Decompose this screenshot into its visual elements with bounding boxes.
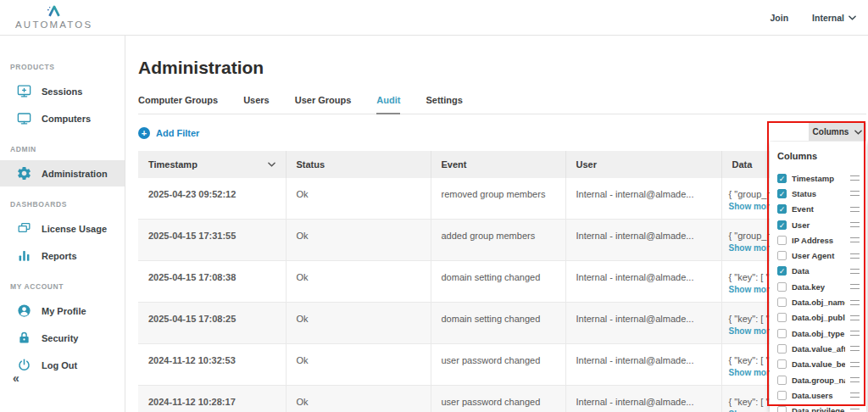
columns-button[interactable]: Columns <box>809 123 866 141</box>
cell-event: added group members <box>431 220 565 261</box>
checkbox-checked-icon[interactable] <box>777 220 787 230</box>
column-toggle-data-value-after[interactable]: Data.value_after <box>777 341 860 356</box>
sidebar-item-sessions[interactable]: Sessions <box>0 78 125 104</box>
checkbox-unchecked-icon[interactable] <box>777 344 787 354</box>
column-toggle-data-group-name[interactable]: Data.group_name <box>777 372 860 387</box>
checkbox-unchecked-icon[interactable] <box>777 282 787 292</box>
column-header-user[interactable]: User <box>565 151 721 178</box>
drag-handle-icon[interactable] <box>850 269 860 274</box>
sidebar-collapse-button[interactable]: « <box>13 371 19 385</box>
column-toggle-data-obj-type[interactable]: Data.obj_type <box>777 326 860 341</box>
column-toggle-label: Data.key <box>792 282 845 292</box>
checkbox-unchecked-icon[interactable] <box>777 376 787 385</box>
column-toggle-data-privilege[interactable]: Data.privilege <box>777 403 860 412</box>
cell-user: Internal - internal@almade... <box>565 261 721 303</box>
checkbox-unchecked-icon[interactable] <box>777 406 787 412</box>
checkbox-checked-icon[interactable] <box>777 204 787 214</box>
sidebar-item-log-out[interactable]: Log Out <box>0 352 125 378</box>
sidebar-section-label: MY ACCOUNT <box>10 282 125 291</box>
sidebar-item-administration[interactable]: Administration <box>0 160 125 187</box>
column-toggle-label: Data <box>792 266 845 276</box>
tab-users[interactable]: Users <box>243 95 270 114</box>
table-row: 2025-04-15 17:08:25Okdomain setting chan… <box>138 303 866 344</box>
cell-status: Ok <box>286 303 431 344</box>
drag-handle-icon[interactable] <box>850 207 860 212</box>
sidebar-item-reports[interactable]: Reports <box>0 242 125 269</box>
column-header-label: Status <box>297 159 326 170</box>
column-toggle-status[interactable]: Status <box>777 186 860 201</box>
checkbox-checked-icon[interactable] <box>777 266 787 276</box>
drag-handle-icon[interactable] <box>850 284 860 289</box>
column-header-timestamp[interactable]: Timestamp <box>138 151 286 178</box>
add-filter-button[interactable]: + Add Filter <box>138 127 199 139</box>
cell-timestamp: 2025-04-15 17:08:38 <box>138 261 286 303</box>
checkbox-unchecked-icon[interactable] <box>777 298 787 307</box>
drag-handle-icon[interactable] <box>850 362 860 367</box>
drag-handle-icon[interactable] <box>850 253 860 259</box>
chevron-down-icon <box>854 130 862 135</box>
drag-handle-icon[interactable] <box>850 222 860 227</box>
cell-user: Internal - internal@almade... <box>565 220 721 261</box>
column-header-status[interactable]: Status <box>286 151 431 178</box>
gear-icon <box>16 165 32 181</box>
column-toggle-event[interactable]: Event <box>777 202 860 217</box>
sort-chevron-down-icon[interactable] <box>268 162 275 167</box>
monitor-icon <box>16 110 32 126</box>
drag-handle-icon[interactable] <box>850 346 860 351</box>
drag-handle-icon[interactable] <box>850 377 860 382</box>
drag-handle-icon[interactable] <box>850 300 860 305</box>
checkbox-unchecked-icon[interactable] <box>777 391 787 400</box>
checkbox-unchecked-icon[interactable] <box>777 329 787 338</box>
cell-status: Ok <box>286 344 431 386</box>
tab-computer-groups[interactable]: Computer Groups <box>138 95 218 114</box>
join-link[interactable]: Join <box>770 13 788 23</box>
sidebar-item-license-usage[interactable]: License Usage <box>0 215 125 242</box>
sidebar-item-security[interactable]: Security <box>0 325 125 351</box>
sidebar: PRODUCTSSessionsComputersADMINAdministra… <box>0 36 125 412</box>
toolbar-gap <box>770 123 809 141</box>
column-toggle-data-value-before[interactable]: Data.value_before <box>777 357 860 372</box>
user-menu[interactable]: Internal <box>812 13 856 23</box>
data-json-snippet: { "key": [ " <box>729 314 770 324</box>
column-toggle-ip-address[interactable]: IP Address <box>777 232 860 248</box>
sidebar-item-computers[interactable]: Computers <box>0 105 125 131</box>
column-toggle-data-obj-name[interactable]: Data.obj_name <box>777 294 860 309</box>
tab-settings[interactable]: Settings <box>426 95 462 114</box>
checkbox-unchecked-icon[interactable] <box>777 251 787 260</box>
drag-handle-icon[interactable] <box>850 409 860 412</box>
tab-user-groups[interactable]: User Groups <box>295 95 352 114</box>
column-toggle-label: Data.obj_name <box>792 298 845 307</box>
drag-handle-icon[interactable] <box>850 175 860 181</box>
column-header-event[interactable]: Event <box>431 151 565 178</box>
tab-audit[interactable]: Audit <box>376 95 400 114</box>
checkbox-checked-icon[interactable] <box>777 189 787 198</box>
sidebar-item-my-profile[interactable]: My Profile <box>0 298 125 324</box>
brand-logo[interactable]: AUTOMATOS <box>15 4 92 31</box>
cell-user: Internal - internal@almade... <box>565 178 721 220</box>
cell-user: Internal - internal@almade... <box>565 386 721 412</box>
checkbox-unchecked-icon[interactable] <box>777 359 787 369</box>
column-toggle-timestamp[interactable]: Timestamp <box>777 170 860 186</box>
checkbox-checked-icon[interactable] <box>777 174 787 183</box>
column-toggle-user-agent[interactable]: User Agent <box>777 248 860 263</box>
checkbox-unchecked-icon[interactable] <box>777 236 787 245</box>
column-toggle-data-users[interactable]: Data.users <box>777 387 860 403</box>
sidebar-item-label: Log Out <box>42 360 77 370</box>
column-toggle-data[interactable]: Data <box>777 264 860 279</box>
column-toggle-data-key[interactable]: Data.key <box>777 279 860 294</box>
drag-handle-icon[interactable] <box>850 331 860 336</box>
drag-handle-icon[interactable] <box>850 315 860 320</box>
drag-handle-icon[interactable] <box>850 393 860 398</box>
windows-icon <box>16 220 32 237</box>
column-header-label: Data <box>732 159 753 170</box>
cell-timestamp: 2024-11-12 10:28:17 <box>138 386 286 412</box>
data-json-snippet: { "group_n <box>729 231 772 241</box>
bar-chart-icon <box>16 248 32 264</box>
column-toggle-user[interactable]: User <box>777 217 860 232</box>
column-toggle-data-obj-public-code[interactable]: Data.obj_public_code <box>777 310 860 326</box>
cell-timestamp: 2025-04-23 09:52:12 <box>138 178 286 220</box>
data-json-snippet: { "key": [ " <box>729 397 770 407</box>
checkbox-unchecked-icon[interactable] <box>777 313 787 322</box>
drag-handle-icon[interactable] <box>850 237 860 242</box>
drag-handle-icon[interactable] <box>850 191 860 196</box>
